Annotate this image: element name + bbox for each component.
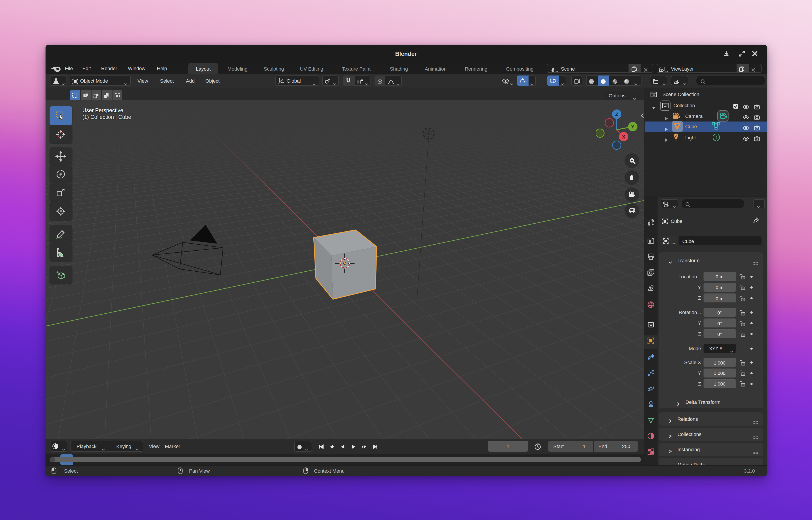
svg-text:Z: Z	[615, 111, 618, 117]
svg-text:Y: Y	[631, 124, 634, 130]
svg-text:X: X	[622, 134, 625, 139]
